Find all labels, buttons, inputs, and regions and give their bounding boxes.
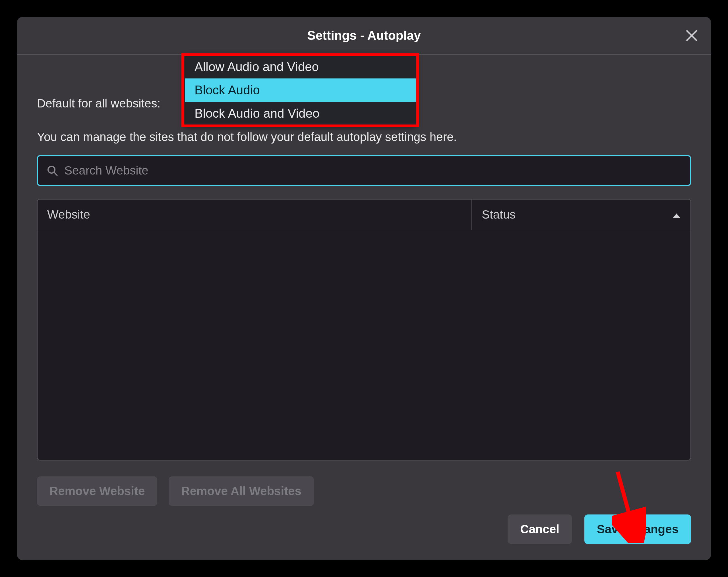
svg-marker-4 — [673, 214, 680, 218]
dialog-title: Settings - Autoplay — [307, 28, 421, 43]
description-text: You can manage the sites that do not fol… — [37, 130, 691, 144]
dialog-titlebar: Settings - Autoplay — [17, 17, 711, 55]
table-body-empty — [37, 230, 691, 460]
option-block-audio[interactable]: Block Audio — [185, 78, 416, 102]
search-icon — [47, 165, 58, 176]
option-block-audio-video[interactable]: Block Audio and Video — [185, 102, 416, 125]
close-icon — [685, 29, 698, 42]
cancel-button[interactable]: Cancel — [508, 515, 572, 544]
remove-all-websites-button[interactable]: Remove All Websites — [168, 476, 314, 506]
settings-autoplay-dialog: Settings - Autoplay Default for all webs… — [17, 17, 711, 560]
column-website[interactable]: Website — [37, 199, 471, 230]
default-autoplay-dropdown[interactable]: Allow Audio and Video Block Audio Block … — [185, 55, 416, 125]
svg-point-2 — [48, 166, 55, 173]
close-button[interactable] — [684, 28, 700, 44]
svg-line-3 — [54, 172, 57, 176]
column-status[interactable]: Status — [471, 199, 691, 230]
search-website-field[interactable] — [37, 155, 691, 186]
option-allow-audio-video[interactable]: Allow Audio and Video — [185, 55, 416, 78]
sort-asc-icon — [672, 208, 681, 221]
search-input[interactable] — [64, 163, 681, 177]
remove-website-button[interactable]: Remove Website — [37, 476, 157, 506]
column-status-label: Status — [482, 208, 516, 221]
websites-table: Website Status — [37, 199, 691, 461]
save-changes-button[interactable]: Save Changes — [584, 515, 691, 544]
default-label: Default for all websites: — [37, 97, 160, 110]
